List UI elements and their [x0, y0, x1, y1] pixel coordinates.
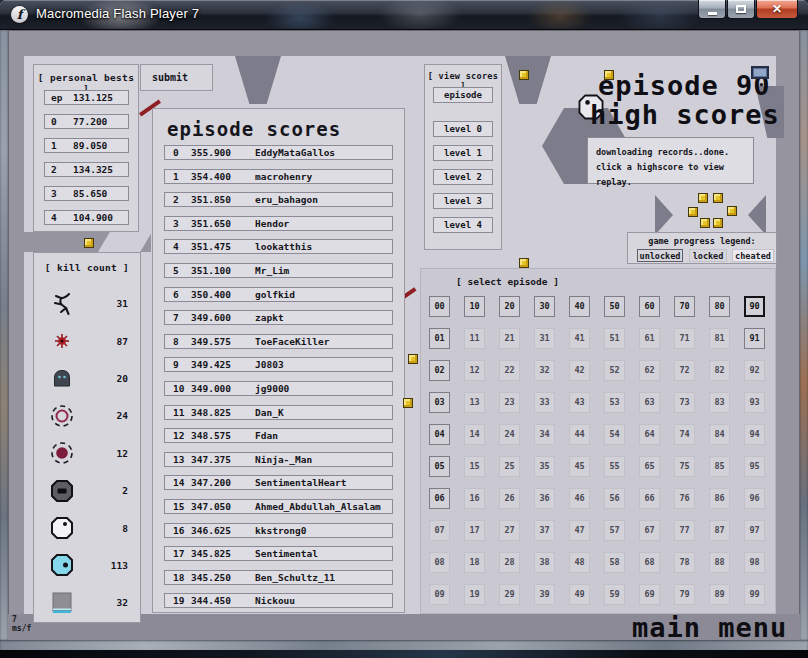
episode-cell-96[interactable]: 96: [744, 488, 765, 509]
highscore-row[interactable]: 10349.000jg9000: [164, 381, 393, 396]
highscore-row[interactable]: 11348.825Dan_K: [164, 405, 393, 420]
episode-cell-70[interactable]: 70: [674, 296, 695, 317]
episode-cell-82[interactable]: 82: [709, 360, 730, 381]
episode-cell-86[interactable]: 86: [709, 488, 730, 509]
episode-cell-89[interactable]: 89: [709, 584, 730, 605]
episode-cell-44[interactable]: 44: [569, 424, 590, 445]
view-level-4-button[interactable]: level 4: [433, 217, 493, 233]
episode-cell-83[interactable]: 83: [709, 392, 730, 413]
episode-cell-01[interactable]: 01: [429, 328, 450, 349]
episode-cell-94[interactable]: 94: [744, 424, 765, 445]
highscore-row[interactable]: 0355.900EddyMataGallos: [164, 145, 393, 160]
episode-cell-33[interactable]: 33: [534, 392, 555, 413]
episode-cell-07[interactable]: 07: [429, 520, 450, 541]
episode-cell-72[interactable]: 72: [674, 360, 695, 381]
highscore-row[interactable]: 2351.850eru_bahagon: [164, 192, 393, 207]
episode-cell-59[interactable]: 59: [604, 584, 625, 605]
episode-cell-97[interactable]: 97: [744, 520, 765, 541]
episode-cell-62[interactable]: 62: [639, 360, 660, 381]
episode-cell-05[interactable]: 05: [429, 456, 450, 477]
episode-cell-66[interactable]: 66: [639, 488, 660, 509]
highscore-row[interactable]: 16346.625kkstrong0: [164, 523, 393, 538]
view-level-0-button[interactable]: level 0: [433, 121, 493, 137]
episode-cell-13[interactable]: 13: [464, 392, 485, 413]
episode-cell-79[interactable]: 79: [674, 584, 695, 605]
view-level-2-button[interactable]: level 2: [433, 169, 493, 185]
highscore-row[interactable]: 13347.375Ninja-_Man: [164, 452, 393, 467]
episode-cell-24[interactable]: 24: [499, 424, 520, 445]
highscore-row[interactable]: 3351.650Hendor: [164, 216, 393, 231]
episode-cell-31[interactable]: 31: [534, 328, 555, 349]
episode-cell-19[interactable]: 19: [464, 584, 485, 605]
episode-cell-36[interactable]: 36: [534, 488, 555, 509]
episode-cell-09[interactable]: 09: [429, 584, 450, 605]
episode-cell-57[interactable]: 57: [604, 520, 625, 541]
episode-cell-43[interactable]: 43: [569, 392, 590, 413]
episode-cell-22[interactable]: 22: [499, 360, 520, 381]
episode-cell-47[interactable]: 47: [569, 520, 590, 541]
episode-cell-78[interactable]: 78: [674, 552, 695, 573]
highscore-row[interactable]: 6350.400golfkid: [164, 287, 393, 302]
episode-cell-11[interactable]: 11: [464, 328, 485, 349]
view-level-1-button[interactable]: level 1: [433, 145, 493, 161]
highscore-row[interactable]: 12348.575Fdan: [164, 428, 393, 443]
episode-cell-76[interactable]: 76: [674, 488, 695, 509]
episode-cell-45[interactable]: 45: [569, 456, 590, 477]
highscore-row[interactable]: 7349.600zapkt: [164, 310, 393, 325]
episode-cell-38[interactable]: 38: [534, 552, 555, 573]
episode-cell-23[interactable]: 23: [499, 392, 520, 413]
episode-cell-54[interactable]: 54: [604, 424, 625, 445]
highscore-row[interactable]: 17345.825Sentimental: [164, 546, 393, 561]
episode-cell-61[interactable]: 61: [639, 328, 660, 349]
maximize-button[interactable]: [727, 0, 755, 19]
episode-cell-40[interactable]: 40: [569, 296, 590, 317]
episode-cell-56[interactable]: 56: [604, 488, 625, 509]
episode-cell-55[interactable]: 55: [604, 456, 625, 477]
episode-cell-37[interactable]: 37: [534, 520, 555, 541]
minimize-button[interactable]: [698, 0, 726, 19]
episode-cell-00[interactable]: 00: [429, 296, 450, 317]
episode-cell-64[interactable]: 64: [639, 424, 660, 445]
episode-cell-77[interactable]: 77: [674, 520, 695, 541]
episode-cell-04[interactable]: 04: [429, 424, 450, 445]
episode-cell-08[interactable]: 08: [429, 552, 450, 573]
episode-cell-30[interactable]: 30: [534, 296, 555, 317]
highscore-row[interactable]: 4351.475lookatthis: [164, 239, 393, 254]
episode-cell-85[interactable]: 85: [709, 456, 730, 477]
episode-cell-69[interactable]: 69: [639, 584, 660, 605]
episode-cell-20[interactable]: 20: [499, 296, 520, 317]
episode-cell-93[interactable]: 93: [744, 392, 765, 413]
episode-cell-75[interactable]: 75: [674, 456, 695, 477]
episode-cell-32[interactable]: 32: [534, 360, 555, 381]
episode-cell-51[interactable]: 51: [604, 328, 625, 349]
highscore-row[interactable]: 18345.250Ben_Schultz_11: [164, 570, 393, 585]
episode-cell-18[interactable]: 18: [464, 552, 485, 573]
highscore-row[interactable]: 14347.200SentimentalHeart: [164, 475, 393, 490]
episode-cell-03[interactable]: 03: [429, 392, 450, 413]
episode-cell-90[interactable]: 90: [744, 296, 765, 317]
episode-cell-80[interactable]: 80: [709, 296, 730, 317]
episode-cell-26[interactable]: 26: [499, 488, 520, 509]
episode-cell-15[interactable]: 15: [464, 456, 485, 477]
episode-cell-52[interactable]: 52: [604, 360, 625, 381]
close-button[interactable]: ✕: [756, 0, 798, 19]
episode-cell-06[interactable]: 06: [429, 488, 450, 509]
episode-cell-65[interactable]: 65: [639, 456, 660, 477]
episode-cell-53[interactable]: 53: [604, 392, 625, 413]
episode-cell-29[interactable]: 29: [499, 584, 520, 605]
episode-cell-46[interactable]: 46: [569, 488, 590, 509]
episode-cell-10[interactable]: 10: [464, 296, 485, 317]
view-level-3-button[interactable]: level 3: [433, 193, 493, 209]
episode-cell-84[interactable]: 84: [709, 424, 730, 445]
episode-cell-98[interactable]: 98: [744, 552, 765, 573]
highscore-row[interactable]: 9349.425J0803: [164, 357, 393, 372]
episode-cell-02[interactable]: 02: [429, 360, 450, 381]
episode-cell-28[interactable]: 28: [499, 552, 520, 573]
episode-cell-68[interactable]: 68: [639, 552, 660, 573]
episode-cell-58[interactable]: 58: [604, 552, 625, 573]
view-episode-button[interactable]: episode: [433, 87, 493, 103]
episode-cell-48[interactable]: 48: [569, 552, 590, 573]
episode-cell-14[interactable]: 14: [464, 424, 485, 445]
episode-cell-99[interactable]: 99: [744, 584, 765, 605]
episode-cell-67[interactable]: 67: [639, 520, 660, 541]
